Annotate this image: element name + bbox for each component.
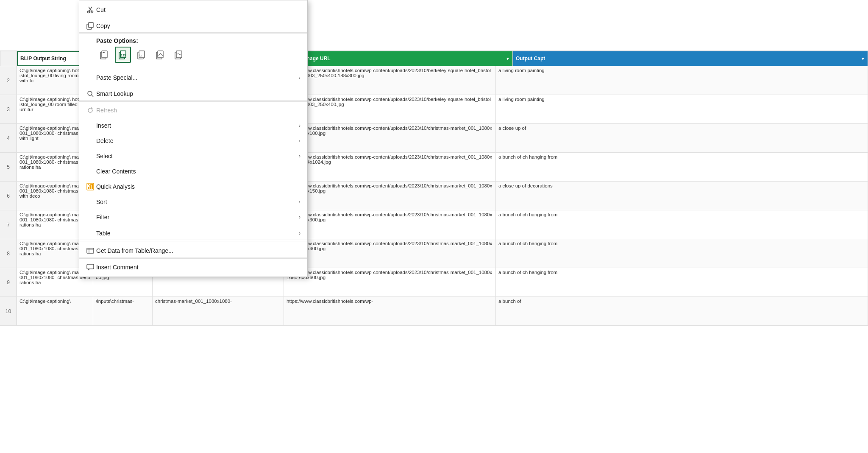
cell-col-e[interactable]: a bunch of ch hanging from (496, 210, 868, 239)
cell-col-e[interactable]: a living room painting (496, 66, 868, 95)
menu-label-delete: Delete (96, 137, 299, 144)
cell-col-e[interactable]: a close up of (496, 124, 868, 152)
menu-label-smart_lookup: Smart Lookup (96, 90, 300, 97)
cell-col-d[interactable]: https://www.classicbritishhotels.com/wp-… (284, 182, 496, 210)
menu-label-get_data: Get Data from Table/Range... (96, 247, 300, 254)
menu-item-refresh: Refresh (79, 103, 307, 118)
menu-icon-insert_comment (84, 263, 96, 271)
svg-rect-5 (89, 22, 93, 28)
cell-col-d[interactable]: https://www.classicbritishhotels.com/wp-… (284, 95, 496, 123)
menu-item-paste_special[interactable]: Paste Special...› (79, 70, 307, 85)
menu-label-filter: Filter (96, 214, 299, 221)
menu-item-insert_comment[interactable]: Insert Comment (79, 260, 307, 275)
paste-icon-btn-4[interactable] (171, 47, 187, 63)
paste-icon-btn-0[interactable] (96, 47, 112, 63)
row-number: 9 (0, 268, 17, 296)
menu-submenu-arrow-sort: › (299, 199, 300, 205)
menu-item-copy[interactable]: Copy (79, 17, 307, 33)
menu-separator (79, 34, 307, 34)
menu-item-table[interactable]: Table› (79, 225, 307, 240)
menu-icon-copy (84, 22, 96, 30)
cell-col-d[interactable]: https://www.classicbritishhotels.com/wp-… (284, 153, 496, 181)
paste-icon-btn-1[interactable]: 123 (115, 47, 131, 63)
menu-item-delete[interactable]: Delete› (79, 133, 307, 148)
svg-text:fx: fx (139, 54, 142, 57)
svg-line-20 (92, 95, 93, 97)
menu-submenu-arrow-table: › (299, 230, 300, 236)
row-num-header (0, 51, 17, 66)
col-d-dropdown-icon[interactable]: ▼ (506, 56, 510, 61)
svg-rect-7 (102, 51, 107, 58)
cell-col-e[interactable]: a bunch of ch hanging from (496, 153, 868, 181)
cell-col-e[interactable]: a bunch of ch hanging from (496, 268, 868, 296)
menu-icon-get_data (84, 247, 96, 254)
col-e-header-label: Output Capt (516, 56, 545, 62)
menu-submenu-arrow-filter: › (299, 214, 300, 220)
table-row[interactable]: 10 C:\git\image-captioning\ \inputs\chri… (0, 297, 868, 326)
col-e-dropdown-icon[interactable]: ▼ (861, 56, 865, 61)
menu-label-sort: Sort (96, 199, 299, 205)
menu-item-smart_lookup[interactable]: Smart Lookup (79, 85, 307, 101)
menu-separator (79, 101, 307, 102)
menu-item-quick_analysis[interactable]: Quick Analysis (79, 179, 307, 194)
menu-item-insert[interactable]: Insert› (79, 118, 307, 133)
menu-icon-quick_analysis (84, 183, 96, 190)
paste-options-row: 123fx (79, 45, 307, 66)
row-number: 7 (0, 210, 17, 239)
menu-submenu-arrow-paste_special: › (299, 75, 300, 81)
context-menu: CutCopyPaste Options:123fxPaste Special.… (79, 0, 308, 277)
menu-icon-cut (84, 6, 96, 14)
menu-label-table: Table (96, 230, 299, 237)
menu-submenu-arrow-insert: › (299, 123, 300, 129)
menu-label-clear_contents: Clear Contents (96, 168, 300, 175)
menu-label-cut: Cut (96, 6, 300, 13)
menu-item-cut[interactable]: Cut (79, 2, 307, 17)
cell-col-d[interactable]: https://www.classicbritishhotels.com/wp-… (284, 210, 496, 239)
menu-separator (79, 258, 307, 259)
menu-label-insert_comment: Insert Comment (96, 264, 300, 271)
svg-rect-25 (87, 248, 94, 253)
cell-col-e[interactable]: a bunch of (496, 297, 868, 325)
row-number: 4 (0, 124, 17, 152)
menu-item-clear_contents[interactable]: Clear Contents (79, 164, 307, 179)
menu-label-quick_analysis: Quick Analysis (96, 183, 300, 190)
menu-item-filter[interactable]: Filter› (79, 210, 307, 225)
cell-col-d[interactable]: https://www.classicbritishhotels.com/wp-… (284, 239, 496, 268)
cell-col-a[interactable]: C:\git\image-captioning\ (17, 297, 93, 325)
menu-separator (79, 68, 307, 68)
cell-col-b[interactable]: \inputs\christmas- (93, 297, 153, 325)
menu-icon-refresh (84, 106, 96, 114)
menu-label-copy: Copy (96, 22, 300, 29)
svg-rect-16 (158, 51, 163, 58)
cell-col-e[interactable]: a living room painting (496, 95, 868, 123)
paste-options-label: Paste Options: (79, 35, 307, 45)
col-e-header: Output Capt ▼ (513, 51, 868, 66)
cell-col-d[interactable]: https://www.classicbritishhotels.com/wp- (284, 297, 496, 325)
cell-col-e[interactable]: a close up of decorations (496, 182, 868, 210)
col-d-header-label: Image URL (304, 56, 331, 62)
row-number: 8 (0, 239, 17, 268)
svg-rect-28 (87, 264, 94, 269)
cell-col-e[interactable]: a bunch of ch hanging from (496, 239, 868, 268)
menu-label-insert: Insert (96, 122, 299, 129)
menu-submenu-arrow-select: › (299, 153, 300, 159)
row-number: 6 (0, 182, 17, 210)
menu-label-paste_special: Paste Special... (96, 74, 299, 81)
menu-label-select: Select (96, 153, 299, 159)
cell-col-d[interactable]: https://www.classicbritishhotels.com/wp-… (284, 66, 496, 95)
cell-col-c[interactable]: christmas-market_001_1080x1080- (153, 297, 284, 325)
menu-item-get_data[interactable]: Get Data from Table/Range... (79, 242, 307, 257)
paste-icon-btn-3[interactable] (152, 47, 168, 63)
row-number: 3 (0, 95, 17, 123)
menu-item-sort[interactable]: Sort› (79, 194, 307, 210)
cell-col-d[interactable]: https://www.classicbritishhotels.com/wp-… (284, 124, 496, 152)
svg-rect-8 (103, 52, 105, 53)
svg-text:123: 123 (121, 54, 126, 57)
menu-separator (79, 241, 307, 241)
menu-item-select[interactable]: Select› (79, 148, 307, 164)
paste-icon-btn-2[interactable]: fx (134, 47, 150, 63)
row-number: 10 (0, 297, 17, 325)
svg-rect-23 (90, 185, 91, 189)
cell-col-d[interactable]: https://www.classicbritishhotels.com/wp-… (284, 268, 496, 296)
svg-point-19 (88, 91, 92, 95)
